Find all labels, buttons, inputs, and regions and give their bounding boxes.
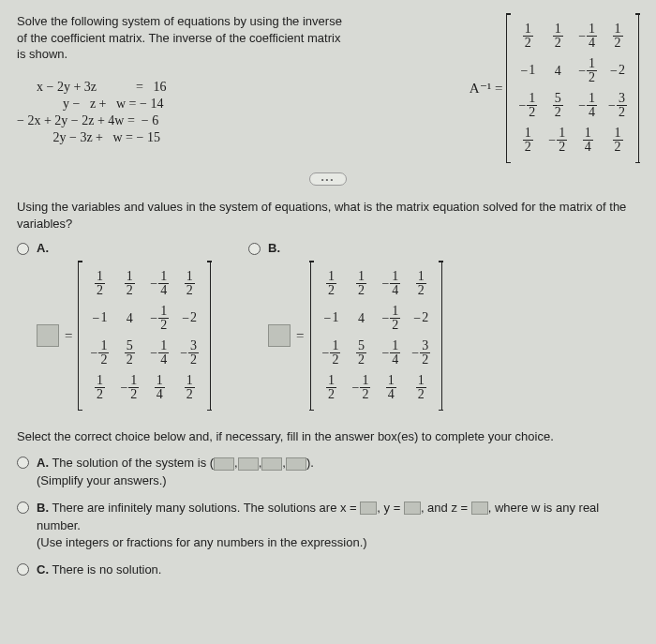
final-choice-b[interactable]: B. There are infinitely many solutions. … [17, 500, 639, 553]
matrix-cell: −2 [406, 301, 436, 336]
final-choice-c[interactable]: C. There is no solution. [17, 562, 639, 579]
choice-b-matrix: 1212−1412−14−12−2−1252−14−3212−121412 [310, 261, 443, 411]
matrix-cell: 12 [406, 370, 436, 405]
answer-box-b[interactable] [268, 324, 291, 347]
matrix-cell: −32 [174, 336, 204, 370]
ans-z[interactable] [261, 457, 282, 471]
matrix-cell: −12 [573, 53, 603, 88]
matrix-cell: −12 [513, 88, 543, 123]
matrix-cell: 4 [346, 301, 376, 336]
final-a-text3: (Simplify your answers.) [37, 473, 167, 487]
eq-3: − 2x + 2y − 2z + 4w = − 6 [17, 113, 345, 128]
matrix-cell: −14 [573, 19, 603, 53]
matrix-cell: 12 [174, 266, 204, 301]
matrix-cell: −12 [84, 336, 114, 370]
final-b-text2: , y = [377, 501, 400, 515]
radio-final-a[interactable] [17, 457, 29, 469]
choice-b[interactable]: B. = 1212−1412−14−12−2−1252−14−3212−1214… [248, 241, 442, 411]
question-text: Using the variables and values in the sy… [17, 199, 639, 232]
radio-final-c[interactable] [17, 563, 29, 576]
final-c-text: There is no solution. [52, 562, 161, 577]
matrix-cell: −12 [114, 370, 144, 405]
matrix-cell: 14 [376, 370, 406, 405]
matrix-cell: −14 [376, 336, 406, 370]
section-divider-icon: ••• [309, 172, 347, 186]
matrix-cell: 12 [114, 266, 144, 301]
eq-4: 2y − 3z + w = − 15 [17, 130, 345, 145]
choice-a-label: A. [37, 241, 49, 255]
matrix-cell: −2 [174, 301, 204, 336]
equals-sign: = [65, 328, 72, 344]
matrix-cell: −1 [317, 301, 347, 336]
matrix-cell: 12 [84, 370, 114, 405]
ans-w[interactable] [286, 457, 306, 471]
matrix-cell: 52 [346, 336, 376, 370]
matrix-cell: −14 [573, 88, 603, 123]
matrix-cell: −14 [376, 266, 406, 301]
matrix-cell: −12 [317, 336, 347, 370]
ans-by[interactable] [404, 502, 421, 515]
matrix-cell: 12 [346, 266, 376, 301]
matrix-cell: 52 [114, 336, 144, 370]
intro-text: Solve the following system of equations … [17, 13, 345, 63]
eq-2: y − z + w = − 14 [17, 97, 345, 112]
final-b-text6: (Use integers or fractions for any numbe… [37, 535, 367, 549]
matrix-cell: 52 [543, 88, 573, 123]
matrix-cell: 12 [84, 266, 114, 301]
matrix-cell: 12 [513, 19, 543, 53]
matrix-cell: −32 [406, 336, 436, 370]
matrix-cell: −14 [144, 266, 174, 301]
choice-a-matrix: 1212−1412−14−12−2−1252−14−3212−121412 [78, 261, 211, 411]
matrix-cell: −12 [543, 123, 573, 157]
matrix-cell: 12 [317, 266, 347, 301]
final-b-text5: number. [37, 518, 81, 532]
matrix-cell: −12 [144, 301, 174, 336]
matrix-cell: 4 [114, 301, 144, 336]
final-b-text4: , where w is any real [488, 501, 600, 515]
inverse-matrix: 1212−1412−14−12−2−1252−14−3212−121412 [506, 13, 639, 163]
final-a-text1: The solution of the system is ( [52, 456, 214, 470]
answer-box-a[interactable] [37, 324, 59, 347]
final-a-text2: ). [306, 456, 314, 470]
final-b-text1: There are infinitely many solutions. The… [52, 501, 356, 515]
inverse-matrix-block: A⁻¹ = 1212−1412−14−12−2−1252−14−3212−121… [470, 13, 639, 163]
matrix-cell: 4 [543, 53, 573, 88]
final-b-text3: , and z = [421, 501, 468, 515]
matrix-cell: 12 [406, 266, 436, 301]
matrix-cell: 12 [543, 19, 573, 53]
ans-bz[interactable] [471, 502, 488, 515]
radio-a[interactable] [17, 243, 29, 255]
matrix-cell: −1 [84, 301, 114, 336]
matrix-cell: 14 [573, 123, 603, 157]
final-choice-a[interactable]: A. The solution of the system is (,,,). … [17, 455, 639, 490]
select-instruction: Select the correct choice below and, if … [17, 429, 639, 443]
matrix-cell: 12 [513, 123, 543, 157]
final-b-label: B. [37, 501, 49, 515]
choice-a[interactable]: A. = 1212−1412−14−12−2−1252−14−3212−1214… [17, 241, 211, 411]
matrix-cell: 12 [174, 370, 204, 405]
matrix-cell: −2 [603, 53, 633, 88]
ans-bx[interactable] [360, 502, 377, 515]
eq-1: x − 2y + 3z = 16 [17, 80, 345, 95]
final-c-label: C. [37, 562, 49, 577]
matrix-cell: −32 [603, 88, 633, 123]
inverse-label: A⁻¹ = [470, 80, 503, 97]
matrix-cell: −12 [346, 370, 376, 405]
equals-sign-b: = [296, 328, 304, 344]
matrix-cell: 12 [317, 370, 347, 405]
radio-b[interactable] [248, 243, 261, 255]
matrix-cell: 14 [144, 370, 174, 405]
ans-y[interactable] [238, 457, 259, 471]
ans-x[interactable] [214, 457, 234, 471]
matrix-cell: −14 [144, 336, 174, 370]
final-a-label: A. [37, 456, 49, 470]
matrix-cell: 12 [603, 123, 633, 157]
choice-b-label: B. [268, 241, 280, 255]
matrix-cell: 12 [603, 19, 633, 53]
system-of-equations: x − 2y + 3z = 16 y − z + w = − 14 − 2x +… [17, 80, 345, 145]
radio-final-b[interactable] [17, 502, 29, 514]
matrix-cell: −12 [376, 301, 406, 336]
matrix-cell: −1 [513, 53, 543, 88]
